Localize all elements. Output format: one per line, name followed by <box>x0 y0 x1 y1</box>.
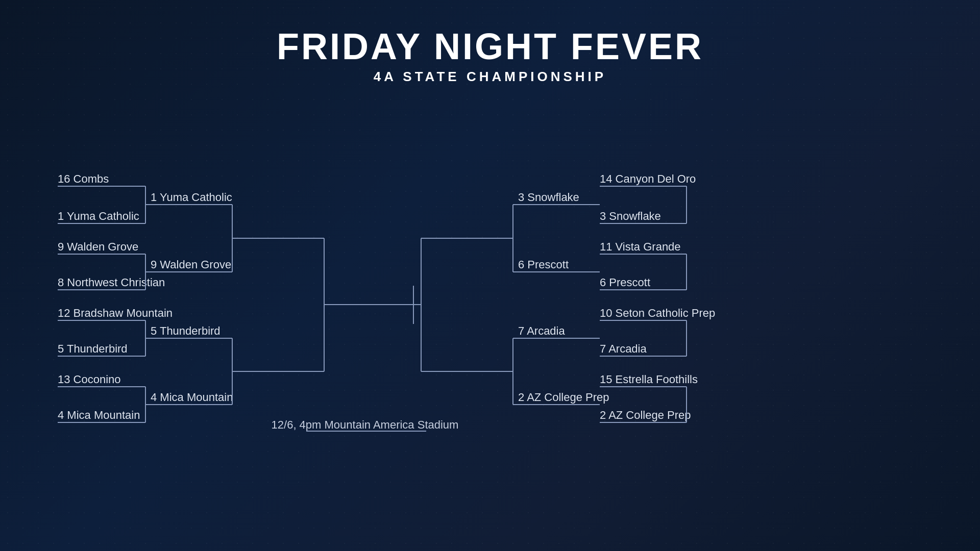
right-r1-team5: 10 Seton Catholic Prep <box>600 307 715 319</box>
right-r2-team1: 3 Snowflake <box>518 191 579 204</box>
right-r1-team8: 2 AZ College Prep <box>600 409 691 421</box>
right-r2-team4: 2 AZ College Prep <box>518 391 609 404</box>
header: FRIDAY NIGHT FEVER 4A STATE CHAMPIONSHIP <box>0 0 980 85</box>
right-r1-team7: 15 Estrella Foothills <box>600 373 698 386</box>
right-r1-team2: 3 Snowflake <box>600 210 661 222</box>
right-r1-team3: 11 Vista Grande <box>600 240 681 253</box>
left-r2-team1: 1 Yuma Catholic <box>151 191 232 204</box>
left-r1-team1: 16 Combs <box>58 172 109 185</box>
venue-text: 12/6, 4pm Mountain America Stadium <box>272 418 459 431</box>
left-r1-team4: 8 Northwest Christian <box>58 276 165 289</box>
left-r2-team3: 5 Thunderbird <box>151 324 220 337</box>
bracket-svg: .team-txt { font-family: Arial, sans-ser… <box>0 87 980 536</box>
left-r1-team6: 5 Thunderbird <box>58 342 128 355</box>
right-r1-team1: 14 Canyon Del Oro <box>600 172 696 185</box>
right-r2-team3: 7 Arcadia <box>518 324 565 337</box>
subtitle: 4A STATE CHAMPIONSHIP <box>0 69 980 85</box>
right-r2-team2: 6 Prescott <box>518 258 569 271</box>
main-title: FRIDAY NIGHT FEVER <box>0 28 980 65</box>
right-r1-team4: 6 Prescott <box>600 276 650 289</box>
left-r1-team3: 9 Walden Grove <box>58 240 138 253</box>
left-r1-team2: 1 Yuma Catholic <box>58 210 139 222</box>
left-r1-team7: 13 Coconino <box>58 373 121 386</box>
right-r1-team6: 7 Arcadia <box>600 342 647 355</box>
left-r2-team4: 4 Mica Mountain <box>151 391 233 404</box>
left-r2-team2: 9 Walden Grove <box>151 258 231 271</box>
left-r1-team5: 12 Bradshaw Mountain <box>58 307 173 319</box>
left-r1-team8: 4 Mica Mountain <box>58 409 140 421</box>
